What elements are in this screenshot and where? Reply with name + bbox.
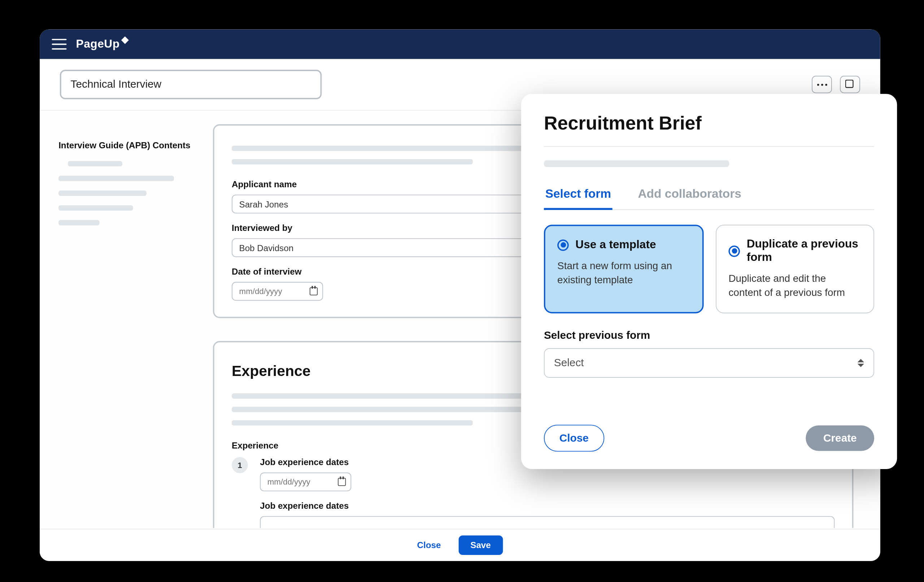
option-use-template[interactable]: Use a template Start a new form using an… (544, 224, 704, 313)
option-template-desc: Start a new form using an existing templ… (557, 258, 690, 286)
modal-skeleton (544, 160, 729, 167)
page-title-input[interactable] (60, 70, 322, 99)
option-template-title: Use a template (575, 238, 656, 252)
modal-title: Recruitment Brief (544, 112, 874, 134)
option-duplicate-desc: Duplicate and edit the content of a prev… (728, 271, 861, 299)
job-dates-label-2: Job experience dates (260, 500, 835, 511)
radio-icon (728, 245, 740, 257)
chevron-updown-icon (858, 359, 865, 367)
option-duplicate-form[interactable]: Duplicate a previous form Duplicate and … (716, 224, 874, 313)
brand-logo: PageUp (76, 37, 127, 51)
modal-close-button[interactable]: Close (544, 425, 604, 452)
panel-toggle-button[interactable] (840, 76, 860, 93)
select-previous-label: Select previous form (544, 330, 874, 341)
modal-footer: Close Create (544, 425, 874, 452)
row-number-badge: 1 (232, 457, 248, 473)
top-bar: PageUp (40, 29, 880, 59)
contents-skeleton (58, 161, 194, 226)
more-actions-button[interactable] (812, 76, 832, 93)
save-button[interactable]: Save (459, 536, 503, 555)
sidebar-heading: Interview Guide (APB) Contents (58, 140, 194, 150)
tab-select-form[interactable]: Select form (544, 187, 612, 209)
divider (544, 146, 874, 147)
close-button[interactable]: Close (417, 540, 441, 550)
recruitment-brief-modal: Recruitment Brief Select form Add collab… (521, 94, 897, 469)
select-previous-dropdown[interactable]: Select (544, 348, 874, 378)
ellipsis-icon (817, 83, 827, 86)
option-duplicate-title: Duplicate a previous form (747, 237, 861, 264)
tab-add-collaborators[interactable]: Add collaborators (637, 187, 743, 209)
form-source-options: Use a template Start a new form using an… (544, 224, 874, 313)
menu-icon[interactable] (52, 39, 67, 49)
radio-icon (557, 239, 569, 251)
brand-text: PageUp (76, 37, 119, 51)
app-footer: Close Save (40, 529, 880, 561)
modal-create-button[interactable]: Create (806, 425, 874, 451)
contents-sidebar: Interview Guide (APB) Contents (40, 110, 213, 528)
job-dates-input-2[interactable] (260, 516, 835, 528)
calendar-icon[interactable] (310, 287, 318, 295)
title-actions (812, 76, 860, 93)
modal-tabs: Select form Add collaborators (544, 187, 874, 209)
select-placeholder: Select (554, 357, 584, 369)
brand-diamond-icon (121, 36, 129, 44)
panel-icon (845, 80, 855, 89)
calendar-icon[interactable] (338, 478, 346, 486)
